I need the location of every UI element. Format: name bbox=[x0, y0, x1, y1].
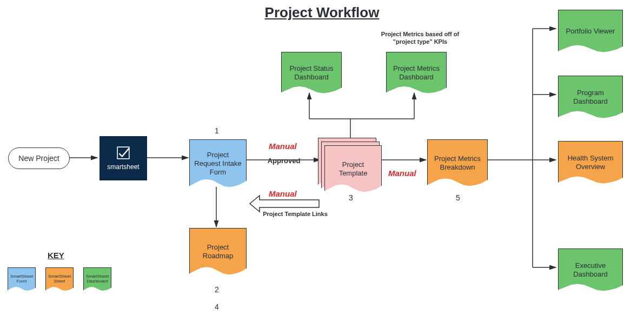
edge-label-manual-3: Manual bbox=[388, 169, 416, 178]
edge-label-approved: Approved bbox=[265, 157, 303, 165]
node-executive-dashboard: Executive Dashboard bbox=[558, 248, 623, 292]
node-new-project: New Project bbox=[8, 147, 70, 169]
node-label: Executive Dashboard bbox=[563, 261, 618, 279]
node-status-dashboard: Project Status Dashboard bbox=[281, 52, 342, 94]
svg-rect-15 bbox=[117, 147, 129, 159]
node-label: Project Metrics Dashboard bbox=[391, 64, 442, 82]
step-number-3: 3 bbox=[349, 193, 353, 202]
node-program-dashboard: Program Dashboard bbox=[558, 76, 623, 119]
legend-swatch-dashboard: SmartSheet Dashboard bbox=[83, 267, 111, 291]
node-label: Project Status Dashboard bbox=[286, 64, 337, 82]
step-number-5: 5 bbox=[456, 193, 460, 202]
node-portfolio-viewer: Portfolio Viewer bbox=[558, 10, 623, 53]
node-roadmap: Project Roadmap bbox=[189, 228, 247, 275]
step-number-1: 1 bbox=[215, 126, 219, 135]
legend-label: SmartSheet Form bbox=[9, 274, 34, 284]
node-metrics-breakdown: Project Metrics Breakdown bbox=[427, 139, 488, 187]
node-health-system-overview: Health System Overview bbox=[558, 141, 623, 184]
node-label: Project Metrics Breakdown bbox=[432, 154, 483, 172]
edge-label-manual-1: Manual bbox=[269, 142, 297, 151]
legend-swatch-form: SmartSheet Form bbox=[8, 267, 36, 291]
node-label: Project Request Intake Form bbox=[194, 151, 242, 177]
legend-swatch-sheet: SmartSheet Sheet bbox=[45, 267, 74, 291]
checkmark-icon bbox=[116, 146, 130, 160]
node-intake-form: Project Request Intake Form bbox=[189, 139, 247, 188]
step-number-4: 4 bbox=[215, 303, 219, 311]
node-label: smartsheet bbox=[107, 163, 139, 171]
node-label: Program Dashboard bbox=[563, 89, 618, 106]
step-number-2: 2 bbox=[215, 285, 219, 294]
node-template: Project Template bbox=[324, 145, 382, 193]
legend-label: SmartSheet Sheet bbox=[47, 274, 72, 284]
edge-label-template-links: Project Template Links bbox=[252, 211, 338, 217]
node-smartsheet: smartsheet bbox=[99, 136, 147, 180]
node-label: New Project bbox=[18, 154, 59, 163]
node-label: Project Template bbox=[329, 160, 377, 178]
legend-title: KEY bbox=[48, 251, 64, 260]
edge-label-manual-2: Manual bbox=[269, 189, 297, 198]
node-label: Portfolio Viewer bbox=[566, 27, 615, 36]
node-label: Project Roadmap bbox=[194, 243, 242, 261]
annotation-metrics-note: Project Metrics based off of "project ty… bbox=[374, 30, 466, 46]
legend-label: SmartSheet Dashboard bbox=[85, 274, 110, 284]
node-metrics-dashboard: Project Metrics Dashboard bbox=[386, 52, 447, 94]
node-label: Health System Overview bbox=[563, 154, 618, 172]
diagram-title: Project Workflow bbox=[0, 4, 644, 21]
